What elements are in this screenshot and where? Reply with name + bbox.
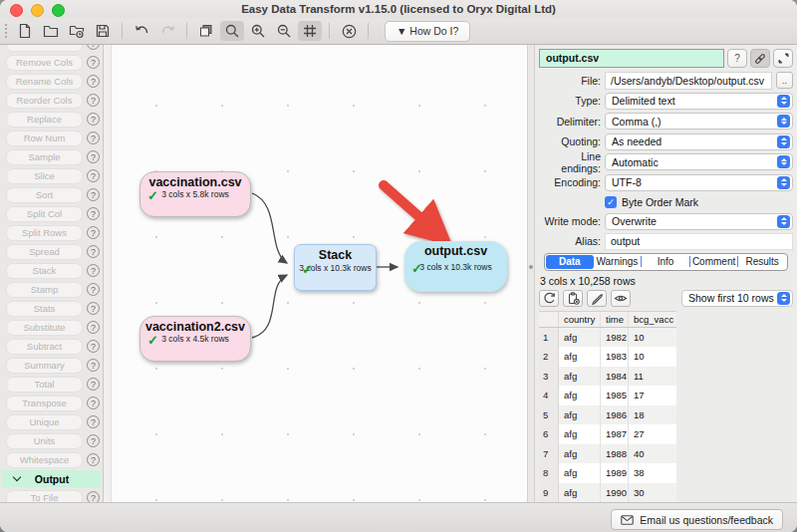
help-icon[interactable] (87, 359, 100, 372)
table-row[interactable]: 4afg198517 (539, 386, 676, 405)
help-icon[interactable] (87, 491, 100, 502)
sidebar-item-summary[interactable]: Summary (6, 358, 83, 374)
line-endings-select[interactable]: Automatic (605, 153, 793, 170)
help-icon[interactable] (87, 56, 100, 69)
type-select[interactable]: Delimited text (605, 93, 793, 110)
sidebar-item-to-file[interactable]: To File (6, 490, 83, 503)
sidebar-item-row-num[interactable]: Row Num (6, 131, 83, 146)
help-icon[interactable] (87, 94, 100, 107)
encoding-select[interactable]: UTF-8 (605, 174, 793, 191)
help-icon[interactable] (87, 453, 100, 466)
sidebar-item-substitute[interactable]: Substitute (6, 320, 83, 336)
tab-comment[interactable]: Comment (690, 255, 738, 269)
help-icon[interactable] (87, 264, 100, 277)
sidebar-item-whitespace[interactable]: Whitespace (6, 452, 83, 468)
table-row[interactable]: 5afg198618 (539, 405, 676, 425)
zoom-in-icon[interactable] (246, 21, 270, 41)
tab-warnings[interactable]: Warnings (594, 255, 642, 269)
help-icon[interactable] (87, 302, 100, 315)
help-icon[interactable] (87, 75, 100, 88)
sidebar-item-units[interactable]: Units (6, 433, 83, 449)
help-button[interactable]: ? (727, 49, 747, 68)
help-icon[interactable] (87, 245, 100, 258)
save-icon[interactable] (91, 21, 115, 41)
table-row[interactable]: 2afg198310 (539, 347, 676, 367)
new-file-icon[interactable] (13, 21, 37, 41)
table-row[interactable]: 6afg198727 (539, 424, 676, 444)
expand-button[interactable] (773, 49, 793, 68)
browse-button[interactable]: .. (776, 72, 793, 89)
delimiter-select[interactable]: Comma (,) (605, 113, 793, 130)
sidebar-item-replace[interactable]: Replace (6, 112, 83, 128)
table-row[interactable]: 8afg198938 (539, 463, 676, 483)
refresh-button[interactable] (539, 290, 559, 307)
quoting-select[interactable]: As needed (605, 133, 793, 150)
table-row[interactable]: 9afg199030 (539, 483, 676, 503)
write-mode-select[interactable]: Overwrite (605, 213, 793, 230)
zoom-out-icon[interactable] (272, 21, 296, 41)
node-name-input[interactable]: output.csv (539, 49, 724, 68)
help-icon[interactable] (87, 226, 100, 239)
table-row[interactable]: 7afg198840 (539, 444, 676, 464)
sidebar-item-total[interactable]: Total (6, 377, 83, 393)
tab-results[interactable]: Results (738, 255, 786, 269)
sidebar-item-reorder-cols[interactable]: Reorder Cols (6, 93, 83, 109)
file-path-input[interactable]: /Users/andyb/Desktop/output.csv (605, 72, 772, 90)
help-icon[interactable] (87, 132, 100, 144)
help-icon[interactable] (87, 150, 100, 163)
help-icon[interactable] (87, 207, 100, 220)
alias-input[interactable]: output (605, 233, 793, 250)
col-header-country[interactable]: country (559, 312, 601, 327)
table-row[interactable]: 3afg198411 (539, 367, 676, 387)
tab-data[interactable]: Data (546, 255, 594, 269)
recent-files-icon[interactable] (65, 21, 89, 41)
redo-icon[interactable] (155, 21, 179, 41)
help-icon[interactable] (87, 378, 100, 391)
node-vaccination2[interactable]: vaccination2.csv 3 cols x 4.5k rows (139, 316, 251, 362)
feedback-button[interactable]: Email us questions/feedback (611, 509, 783, 530)
help-icon[interactable] (87, 113, 100, 126)
help-icon[interactable] (87, 188, 100, 201)
duplicate-icon[interactable] (194, 21, 218, 41)
rows-filter-select[interactable]: Show first 10 rows (681, 290, 793, 307)
node-stack[interactable]: Stack 3 cols x 10.3k rows (294, 244, 377, 291)
help-icon[interactable] (87, 434, 100, 447)
grid-snap-icon[interactable] (298, 21, 322, 41)
open-file-icon[interactable] (39, 21, 63, 41)
panel-splitter[interactable] (527, 45, 535, 502)
help-icon[interactable] (87, 321, 100, 334)
sidebar-item-split-col[interactable]: Split Col (6, 206, 83, 222)
node-output-selected[interactable]: output.csv 3 cols x 10.3k rows (404, 241, 507, 292)
edit-button[interactable] (587, 290, 607, 307)
col-header-bcg-vacc[interactable]: bcg_vacc (629, 312, 676, 327)
flow-canvas[interactable]: vaccination.csv 3 cols x 5.8k rows vacci… (112, 45, 527, 502)
sidebar-item-stamp[interactable]: Stamp (6, 282, 83, 298)
sidebar-item-remove-cols[interactable]: Remove Cols (6, 55, 83, 71)
how-do-i-button[interactable]: ▼ How Do I? (385, 21, 470, 42)
copy-button[interactable] (563, 290, 583, 307)
sidebar-item-sort[interactable]: Sort (6, 187, 83, 203)
node-vaccination1[interactable]: vaccination.csv 3 cols x 5.8k rows (139, 171, 251, 217)
sidebar-item-stats[interactable]: Stats (6, 301, 83, 317)
help-icon[interactable] (87, 169, 100, 182)
sidebar-item-sample[interactable]: Sample (6, 149, 83, 165)
sidebar-item-unique[interactable]: Unique (6, 414, 83, 430)
help-icon[interactable] (87, 340, 100, 353)
sidebar-scrollbar[interactable] (104, 45, 112, 502)
link-button[interactable] (750, 49, 770, 68)
help-icon[interactable] (87, 283, 100, 296)
sidebar-item-split-rows[interactable]: Split Rows (6, 225, 83, 241)
help-icon[interactable] (87, 415, 100, 428)
undo-icon[interactable] (130, 21, 153, 41)
tab-info[interactable]: Info (642, 255, 689, 269)
output-section-header[interactable]: Output (2, 470, 101, 487)
view-button[interactable] (611, 290, 631, 307)
col-header-time[interactable]: time (601, 312, 629, 327)
sidebar-item-rename-cols[interactable]: Rename Cols (6, 74, 83, 90)
sidebar-item-slice[interactable]: Slice (6, 168, 83, 184)
cancel-icon[interactable] (337, 21, 361, 41)
table-row[interactable]: 1afg198210 (539, 328, 676, 348)
byte-order-mark-checkbox[interactable] (605, 196, 617, 208)
sidebar-item-transpose[interactable]: Transpose (6, 396, 83, 411)
help-icon[interactable] (87, 397, 100, 409)
